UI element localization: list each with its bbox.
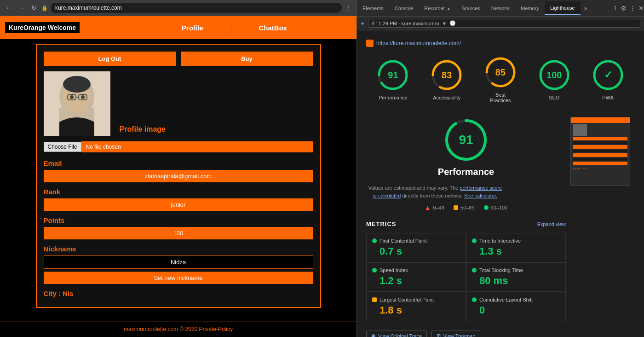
metrics-grid: First Contentful Paint 0.7 s Time to Int…	[366, 233, 566, 321]
lighthouse-url-text: https://kure.maximumroulette.com/	[376, 40, 461, 46]
address-bar[interactable]	[51, 3, 342, 13]
nickname-input[interactable]	[44, 256, 313, 269]
devtools-count-badge: 1	[614, 5, 617, 12]
devtools-toolbar: + 8:11:29 PM · kure.maximumro ▼ 🕐	[357, 17, 644, 30]
performance-value: 91	[388, 70, 398, 81]
thumb-row-4	[573, 150, 627, 152]
best-practices-circle: 85	[484, 56, 517, 88]
logout-button[interactable]: Log Out	[44, 52, 176, 66]
accessibility-circle: 83	[431, 59, 463, 91]
view-trace-label: View Original Trace	[378, 333, 422, 337]
legend-yellow: 50–89	[454, 204, 475, 211]
lcp-label: Largest Contentful Paint	[380, 297, 434, 302]
site-favicon	[366, 40, 374, 47]
metric-cls: Cumulative Layout Shift 0	[466, 292, 566, 321]
devtools-top-right: 1 ⚙ ⋮ ✕	[614, 5, 644, 12]
email-label: Email	[44, 159, 313, 167]
email-value: zlatnaspirala@gmail.com	[44, 170, 313, 182]
score-item-accessibility: 83 Accessibility	[431, 59, 463, 100]
score-circles: 91 Performance 83 Accessibility	[366, 56, 635, 103]
site-screenshot: Nidza · Nis	[570, 117, 630, 186]
devtools-close-icon[interactable]: ✕	[638, 5, 644, 12]
metric-tbt: Total Blocking Time 80 ms	[466, 262, 566, 292]
fcp-value: 0.7 s	[372, 245, 460, 257]
tab-network[interactable]: Network	[486, 2, 515, 15]
thumb-navbar	[571, 117, 630, 123]
tti-value: 1.3 s	[472, 245, 560, 257]
browser-chrome: ← → ↻ 🔒 ⋮	[0, 0, 356, 16]
tab-elements[interactable]: Elements	[357, 2, 389, 15]
cls-dot	[472, 297, 477, 302]
lighthouse-main-area: 91 Performance Values are estimated and …	[366, 117, 635, 337]
expand-view-button[interactable]: Expand view	[537, 221, 566, 227]
forward-button[interactable]: →	[17, 3, 27, 12]
fcp-dot	[372, 238, 377, 243]
choose-file-button[interactable]: Choose File	[44, 142, 81, 152]
view-treemap-button[interactable]: ⊞ View Treemap	[431, 331, 480, 337]
browser-menu-icon[interactable]: ⋮	[345, 4, 353, 12]
metric-lcp: Largest Contentful Paint 1.8 s	[366, 292, 466, 321]
profile-page: Log Out Buy	[0, 39, 356, 321]
devtools-url-bar: 8:11:29 PM · kure.maximumro ▼ 🕐	[368, 19, 640, 28]
legend-red: ▲ 0–49	[425, 204, 444, 211]
si-dot	[372, 268, 377, 273]
file-input-row: Choose File No file chosen	[44, 141, 313, 152]
score-item-best-practices: 85 BestPractices	[484, 56, 517, 103]
view-original-trace-button[interactable]: ◉ View Original Trace	[366, 331, 427, 337]
performance-label: Performance	[379, 95, 408, 100]
browser-left: ← → ↻ 🔒 ⋮ KureOrange Welcome Profile Cha…	[0, 0, 356, 337]
metric-cls-name: Cumulative Layout Shift	[472, 297, 560, 302]
best-practices-value: 85	[495, 67, 506, 78]
site-nav: KureOrange Welcome Profile ChatBox	[0, 16, 356, 39]
legend-green-dot	[484, 205, 489, 210]
site-nav-links: Profile ChatBox	[80, 19, 352, 36]
more-tabs-icon[interactable]: »	[581, 1, 591, 15]
set-nickname-button[interactable]: Set new nickname	[44, 272, 313, 284]
score-item-seo: 100 SEO	[538, 59, 570, 100]
performance-circle: 91	[377, 59, 409, 91]
fcp-label: First Contentful Paint	[380, 238, 427, 244]
profile-card: Log Out Buy	[36, 44, 321, 308]
see-calculator-link[interactable]: See calculator.	[464, 193, 497, 198]
back-button[interactable]: ←	[4, 3, 14, 12]
devtools-tabs: Elements Console Recorder ▲ Sources Netw…	[357, 0, 644, 17]
score-item-performance: 91 Performance	[377, 59, 409, 100]
tab-lighthouse[interactable]: Lighthouse	[545, 1, 581, 15]
accessibility-value: 83	[442, 70, 452, 81]
reload-button[interactable]: ↻	[29, 3, 39, 12]
screenshot-thumbnail: Nidza · Nis	[570, 117, 635, 337]
toolbar-dropdown-icon[interactable]: ▼	[442, 21, 447, 26]
legend-yellow-dot	[454, 205, 458, 210]
big-circle: 91	[443, 117, 489, 163]
metric-fcp-name: First Contentful Paint	[372, 238, 460, 244]
buy-button[interactable]: Buy	[181, 52, 313, 66]
chatbox-nav-link[interactable]: ChatBox	[231, 19, 315, 36]
settings-icon[interactable]: ⚙	[621, 5, 627, 12]
nickname-label: Nickname	[44, 245, 313, 253]
toolbar-time: 8:11:29 PM · kure.maximumro	[371, 21, 439, 26]
tti-label: Time to Interactive	[479, 238, 521, 244]
metric-tbt-name: Total Blocking Time	[472, 267, 560, 273]
thumb-row-7	[573, 162, 627, 165]
tab-sources[interactable]: Sources	[456, 2, 485, 15]
metrics-section: METRICS Expand view First Contentful Pai…	[366, 221, 566, 321]
metrics-title: METRICS	[366, 221, 397, 227]
site-footer: maximumroulette.com © 2020 Private-Polic…	[0, 321, 356, 337]
tab-recorder[interactable]: Recorder ▲	[419, 2, 456, 15]
seo-value: 100	[546, 70, 562, 81]
profile-nav-link[interactable]: Profile	[154, 19, 231, 36]
tab-memory[interactable]: Memory	[515, 2, 545, 15]
devtools-panel: Elements Console Recorder ▲ Sources Netw…	[356, 0, 644, 337]
file-name-display: No file chosen	[81, 141, 313, 152]
metric-si: Speed Index 1.2 s	[366, 262, 466, 292]
seo-label: SEO	[549, 95, 559, 100]
devtools-more-icon[interactable]: ⋮	[629, 5, 636, 12]
add-report-button[interactable]: +	[361, 20, 364, 27]
thumb-content: Nidza · Nis	[571, 123, 630, 171]
profile-top: Profile image	[44, 71, 313, 136]
tab-console[interactable]: Console	[389, 2, 419, 15]
score-item-pwa: ✓ PWA	[592, 59, 624, 100]
big-score-label: Performance	[438, 167, 494, 177]
profile-actions: Log Out Buy	[44, 52, 313, 66]
treemap-icon: ⊞	[437, 333, 441, 337]
